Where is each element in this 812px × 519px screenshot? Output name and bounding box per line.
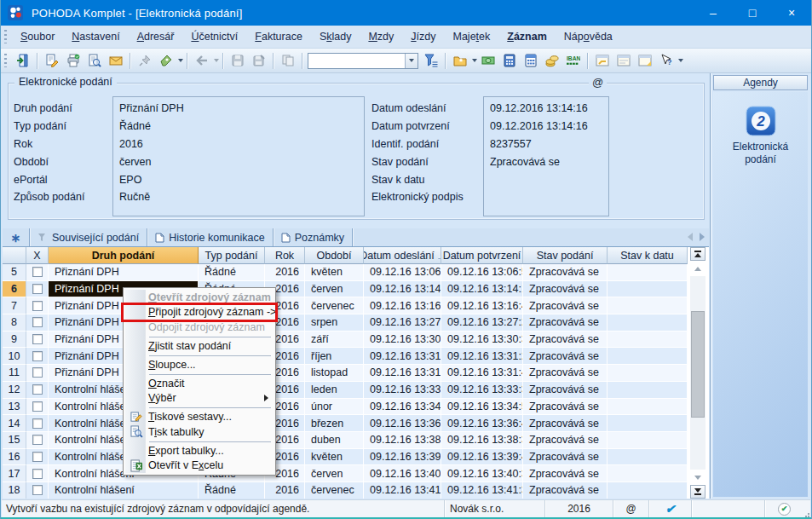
row-checkbox-cell[interactable] bbox=[26, 281, 49, 298]
column-header-datum-odeslani[interactable]: Datum odeslání bbox=[364, 247, 441, 264]
toolbar-grip[interactable] bbox=[4, 54, 7, 67]
cell-druh-podani[interactable]: Přiznání DPH bbox=[49, 264, 199, 281]
cell-datum-potvrzeni[interactable]: 09.12.16 13:31:46 bbox=[441, 365, 523, 382]
row-number-cell[interactable]: 15 bbox=[3, 432, 26, 449]
menubar-grip[interactable] bbox=[4, 30, 7, 43]
cell-stav-k-datu[interactable] bbox=[608, 432, 688, 449]
row-number-cell[interactable]: 11 bbox=[3, 365, 26, 382]
cell-obdobi[interactable]: červenec bbox=[305, 482, 364, 499]
cell-obdobi[interactable]: srpen bbox=[305, 314, 364, 332]
row-number-cell[interactable]: 9 bbox=[3, 332, 26, 349]
scroll-up-button[interactable] bbox=[690, 262, 705, 275]
row-checkbox[interactable] bbox=[32, 351, 43, 361]
status-year[interactable]: 2016 bbox=[544, 500, 613, 517]
cell-typ-podani[interactable]: Řádné bbox=[199, 264, 265, 281]
context-menu-item[interactable]: Tisk tabulky bbox=[125, 424, 274, 440]
table-row[interactable]: 5 Přiznání DPH Řádné 2016 květen 09.12.1… bbox=[3, 264, 709, 281]
row-checkbox[interactable] bbox=[32, 418, 43, 429]
table-row[interactable]: 17 Kontrolní hlášení Řádné 2016 červen 0… bbox=[3, 465, 709, 482]
row-checkbox-cell[interactable] bbox=[26, 465, 49, 482]
back-dropdown-icon[interactable] bbox=[214, 59, 219, 62]
cell-datum-potvrzeni[interactable]: 09.12.16 13:34:55 bbox=[441, 399, 523, 416]
cell-datum-odeslani[interactable]: 09.12.16 13:33:36 bbox=[364, 382, 441, 399]
cell-stav-podani[interactable]: Zpracovává se bbox=[523, 348, 608, 365]
menu-item[interactable]: Fakturace bbox=[246, 26, 311, 48]
field-value[interactable]: Ručně bbox=[113, 188, 364, 206]
iban-icon[interactable]: IBAN bbox=[563, 51, 583, 71]
row-checkbox-cell[interactable] bbox=[26, 297, 49, 314]
cell-stav-podani[interactable]: Zpracovává se bbox=[523, 465, 608, 482]
scroll-to-top-button[interactable] bbox=[690, 247, 705, 261]
save-icon[interactable] bbox=[227, 51, 247, 71]
field-value[interactable]: červen bbox=[113, 153, 364, 171]
cell-stav-podani[interactable]: Zpracovává se bbox=[523, 382, 608, 399]
row-checkbox[interactable] bbox=[32, 469, 43, 479]
cell-stav-k-datu[interactable] bbox=[608, 415, 688, 432]
calculator-grid-icon[interactable] bbox=[521, 51, 540, 71]
exit-door-icon[interactable] bbox=[13, 51, 32, 71]
cell-datum-odeslani[interactable]: 09.12.16 13:06:50 bbox=[364, 264, 441, 281]
row-checkbox[interactable] bbox=[32, 334, 43, 344]
cell-stav-podani[interactable]: Zpracovává se bbox=[523, 297, 608, 314]
folder-favorites-icon[interactable] bbox=[450, 51, 469, 71]
scroll-to-bottom-button[interactable] bbox=[690, 485, 705, 499]
back-arrow-icon[interactable] bbox=[192, 51, 211, 71]
row-number-cell[interactable]: 10 bbox=[3, 348, 26, 365]
row-checkbox[interactable] bbox=[32, 267, 43, 277]
cell-datum-odeslani[interactable]: 09.12.16 13:31:27 bbox=[364, 348, 441, 365]
cell-datum-potvrzeni[interactable]: 09.12.16 13:41:34 bbox=[441, 482, 523, 499]
cell-obdobi[interactable]: květen bbox=[305, 264, 364, 281]
row-number-cell[interactable]: 17 bbox=[3, 465, 26, 482]
row-number-cell[interactable]: 18 bbox=[3, 482, 26, 499]
field-value[interactable] bbox=[484, 188, 608, 206]
cell-obdobi[interactable]: duben bbox=[305, 432, 364, 449]
record-edit-icon[interactable] bbox=[42, 51, 61, 71]
cell-obdobi[interactable]: říjen bbox=[305, 348, 364, 365]
cell-obdobi[interactable]: listopad bbox=[305, 365, 364, 382]
copy-icon[interactable] bbox=[278, 51, 297, 71]
electronic-submission-icon[interactable]: 2 bbox=[746, 106, 776, 136]
cell-stav-k-datu[interactable] bbox=[608, 332, 688, 349]
menu-item[interactable]: Nápověda bbox=[556, 26, 621, 48]
window-comment-icon[interactable] bbox=[635, 51, 654, 71]
cell-rok[interactable]: 2016 bbox=[265, 482, 305, 499]
search-combobox[interactable] bbox=[308, 53, 418, 69]
agendy-header[interactable]: Agendy bbox=[713, 75, 808, 90]
cell-stav-k-datu[interactable] bbox=[608, 297, 688, 314]
menu-item[interactable]: Soubor bbox=[12, 26, 63, 48]
row-checkbox[interactable] bbox=[32, 435, 43, 445]
cash-icon[interactable] bbox=[478, 51, 498, 71]
table-row[interactable]: 10 Přiznání DPH Řádné 2016 říjen 09.12.1… bbox=[3, 348, 709, 365]
cell-stav-k-datu[interactable] bbox=[608, 264, 688, 281]
cell-datum-potvrzeni[interactable]: 09.12.16 13:31:28 bbox=[441, 348, 523, 365]
cell-stav-k-datu[interactable] bbox=[608, 382, 688, 399]
row-checkbox-cell[interactable] bbox=[26, 348, 49, 365]
tag-stamp-icon[interactable] bbox=[156, 51, 176, 71]
cell-rok[interactable]: 2016 bbox=[265, 264, 305, 281]
cell-datum-odeslani[interactable]: 09.12.16 13:36:41 bbox=[364, 415, 441, 432]
tab-asterisk[interactable]: ∗ bbox=[3, 228, 30, 246]
window-plain-icon[interactable] bbox=[613, 51, 633, 71]
cell-stav-podani[interactable]: Zpracovává se bbox=[523, 432, 608, 449]
minimize-button[interactable]: – bbox=[694, 0, 733, 26]
row-checkbox-cell[interactable] bbox=[26, 432, 49, 449]
help-pointer-icon[interactable]: ? bbox=[656, 51, 676, 71]
cell-obdobi[interactable]: březen bbox=[305, 415, 364, 432]
cell-stav-k-datu[interactable] bbox=[608, 399, 688, 416]
menu-item[interactable]: Mzdy bbox=[360, 26, 402, 48]
column-header-datum-potvrzeni[interactable]: Datum potvrzení bbox=[441, 247, 523, 264]
cell-stav-k-datu[interactable] bbox=[608, 314, 688, 332]
cell-stav-k-datu[interactable] bbox=[608, 465, 688, 482]
row-number-cell[interactable]: 12 bbox=[3, 382, 26, 399]
row-checkbox[interactable] bbox=[32, 317, 43, 327]
row-checkbox[interactable] bbox=[32, 485, 43, 495]
row-checkbox[interactable] bbox=[32, 384, 43, 395]
status-company[interactable]: Novák s.r.o. bbox=[444, 500, 544, 517]
context-menu-item[interactable]: Označit bbox=[125, 376, 274, 391]
row-number-cell[interactable]: 7 bbox=[3, 297, 26, 314]
column-header-rownum[interactable] bbox=[3, 247, 26, 264]
row-number-cell[interactable]: 6 bbox=[3, 281, 26, 298]
cell-stav-podani[interactable]: Zpracovává se bbox=[523, 449, 608, 466]
row-checkbox[interactable] bbox=[32, 367, 43, 378]
tab-poznamky[interactable]: Poznámky bbox=[274, 228, 353, 246]
